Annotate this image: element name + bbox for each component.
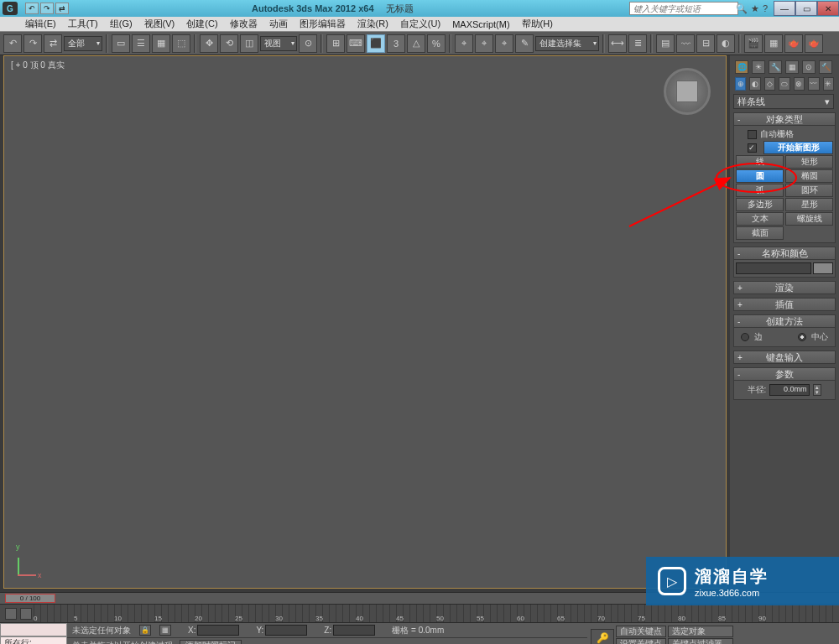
keymode-button[interactable]: ⌨ xyxy=(347,34,365,53)
shapes-tab-icon[interactable]: ⬭ xyxy=(779,77,789,91)
menu-view[interactable]: 视图(V) xyxy=(144,18,175,30)
helix-button[interactable]: 螺旋线 xyxy=(785,212,833,226)
named-selset-dropdown[interactable]: 创建选择集 xyxy=(535,36,599,51)
curve-editor-button[interactable]: 〰 xyxy=(676,34,695,53)
window-crossing-button[interactable]: ⬚ xyxy=(172,34,190,53)
infocenter-icon[interactable]: 🔍 xyxy=(736,3,748,14)
rollout-render[interactable]: +渲染 xyxy=(733,281,836,294)
snap-25d-button[interactable]: ⌖ xyxy=(475,34,493,53)
qat-undo[interactable]: ↶ xyxy=(25,3,39,14)
create-tab-icon[interactable]: ⊕ xyxy=(735,77,746,91)
trackbar-icon2[interactable] xyxy=(20,608,32,620)
refcoord-dropdown[interactable]: 视图 xyxy=(260,36,297,51)
selset-filter[interactable]: 选定对象 xyxy=(668,626,733,637)
snap-toggle-button[interactable]: ⬛ xyxy=(367,34,385,53)
iso-icon[interactable]: ▦ xyxy=(159,625,171,636)
modify-tab-icon[interactable]: ◐ xyxy=(749,77,760,91)
layer-manager-button[interactable]: ▤ xyxy=(656,34,675,53)
tool-icon[interactable]: 🔧 xyxy=(769,60,782,74)
qat-redo[interactable]: ↷ xyxy=(40,3,54,14)
rotate-button[interactable]: ⟲ xyxy=(220,34,238,53)
display-icon[interactable]: ▦ xyxy=(785,60,799,74)
scale-button[interactable]: ◫ xyxy=(240,34,258,53)
helpers-tab-icon[interactable]: ✳ xyxy=(823,77,834,91)
menu-customize[interactable]: 自定义(U) xyxy=(400,18,440,30)
viewcube[interactable] xyxy=(664,68,711,115)
lock-icon[interactable]: 🔒 xyxy=(139,625,151,636)
object-name-input[interactable] xyxy=(736,262,811,274)
menu-tools[interactable]: 工具(T) xyxy=(68,18,98,30)
rollout-kb-entry[interactable]: +键盘输入 xyxy=(733,351,836,364)
align-button[interactable]: ≣ xyxy=(628,34,647,53)
spinner-snap-button[interactable]: % xyxy=(427,34,446,53)
rollout-interp[interactable]: +插值 xyxy=(733,298,836,311)
snap-2d-button[interactable]: ⌖ xyxy=(455,34,473,53)
rollout-object-type[interactable]: -对象类型 xyxy=(733,112,836,126)
rollout-params[interactable]: -参数 xyxy=(733,367,836,381)
text-button[interactable]: 文本 xyxy=(736,212,784,226)
move-button[interactable]: ✥ xyxy=(200,34,218,53)
redo-button[interactable]: ↷ xyxy=(23,34,42,53)
section-button[interactable]: 截面 xyxy=(736,226,784,240)
select-button[interactable]: ▭ xyxy=(112,34,130,53)
qat-link[interactable]: ⇄ xyxy=(55,3,69,14)
select-region-button[interactable]: ▦ xyxy=(152,34,170,53)
link-button[interactable]: ⇄ xyxy=(44,34,62,53)
search-input[interactable] xyxy=(629,2,738,15)
track-bar[interactable]: 0 5 10 15 20 25 30 35 40 45 50 55 60 65 … xyxy=(0,604,839,622)
line-button[interactable]: 线 xyxy=(736,155,784,169)
percent-snap-button[interactable]: △ xyxy=(407,34,425,53)
circle-button[interactable]: 圆 xyxy=(736,169,784,183)
track-ruler[interactable]: 0 5 10 15 20 25 30 35 40 45 50 55 60 65 … xyxy=(34,605,839,622)
start-new-shape-button[interactable]: 开始新图形 xyxy=(763,141,833,154)
autogrid-checkbox[interactable] xyxy=(748,130,757,139)
set-key-button[interactable]: 设置关键点 xyxy=(616,638,666,644)
manip-button[interactable]: ⊞ xyxy=(326,34,345,53)
rollout-create-method[interactable]: -创建方法 xyxy=(733,314,836,328)
angle-snap-button[interactable]: 3 xyxy=(387,34,405,53)
render-button[interactable]: 🫖 xyxy=(784,34,803,53)
hierarchy-tab-icon[interactable]: ◇ xyxy=(764,77,775,91)
object-color-swatch[interactable] xyxy=(813,262,833,274)
x-coord-input[interactable] xyxy=(197,625,239,636)
auto-key-button[interactable]: 自动关键点 xyxy=(616,626,666,637)
center-radio[interactable] xyxy=(798,333,806,341)
z-coord-input[interactable] xyxy=(333,625,375,636)
world-icon[interactable]: 🌐 xyxy=(735,60,748,74)
arc-button[interactable]: 弧 xyxy=(736,184,784,197)
menu-help[interactable]: 帮助(H) xyxy=(522,18,553,30)
undo-button[interactable]: ↶ xyxy=(3,34,22,53)
util-icon[interactable]: 🔨 xyxy=(819,60,832,74)
motion-icon[interactable]: ⊙ xyxy=(802,60,816,74)
menu-animation[interactable]: 动画 xyxy=(269,18,288,30)
menu-edit[interactable]: 编辑(E) xyxy=(25,18,56,30)
app-logo[interactable]: G xyxy=(3,2,18,15)
render-frame-button[interactable]: ▦ xyxy=(764,34,783,53)
viewport-label[interactable]: [ + 0 顶 0 真实 xyxy=(11,60,65,71)
viewport[interactable]: [ + 0 顶 0 真实 yx xyxy=(3,55,727,589)
menu-rendering[interactable]: 渲染(R) xyxy=(357,18,388,30)
rollout-name-color[interactable]: -名称和颜色 xyxy=(733,247,836,260)
radius-spinner[interactable]: ▴▾ xyxy=(813,384,821,396)
schematic-button[interactable]: ⊟ xyxy=(696,34,715,53)
close-button[interactable]: ✕ xyxy=(817,1,839,16)
layer-dropdown[interactable]: 全部 xyxy=(64,36,102,51)
script-listener[interactable] xyxy=(0,623,67,636)
ngon-button[interactable]: 多边形 xyxy=(736,198,784,211)
menu-maxscript[interactable]: MAXScript(M) xyxy=(452,19,509,29)
lights-tab-icon[interactable]: ⊗ xyxy=(794,77,805,91)
category-dropdown[interactable]: 样条线▾ xyxy=(733,94,834,109)
light-icon[interactable]: ☀ xyxy=(752,60,765,74)
ellipse-button[interactable]: 椭圆 xyxy=(785,169,833,183)
startnew-checkbox[interactable] xyxy=(748,143,757,153)
favorites-icon[interactable]: ★ xyxy=(751,3,759,14)
y-coord-input[interactable] xyxy=(265,625,307,636)
rectangle-button[interactable]: 矩形 xyxy=(785,155,833,169)
time-slider-handle[interactable]: 0 / 100 xyxy=(5,594,55,603)
minimize-button[interactable]: — xyxy=(774,1,795,16)
set-key-icon[interactable]: 🔑 xyxy=(591,629,614,645)
mirror-button[interactable]: ⟷ xyxy=(608,34,627,53)
edit-named-button[interactable]: ✎ xyxy=(515,34,534,53)
menu-create[interactable]: 创建(C) xyxy=(186,18,217,30)
menu-modifiers[interactable]: 修改器 xyxy=(230,18,258,30)
